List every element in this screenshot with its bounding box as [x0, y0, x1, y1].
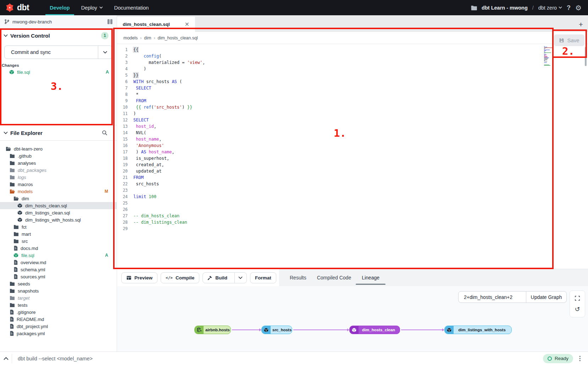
code-line[interactable]: 12SELECT — [117, 117, 588, 123]
file-tree-item-dbt-learn-zero[interactable]: dbt-learn-zero — [0, 145, 117, 152]
docs-book-icon[interactable] — [107, 19, 112, 24]
code-line[interactable]: 29 — [117, 225, 588, 232]
code-line[interactable]: 1{{ — [117, 47, 588, 53]
file-tree-item-fct[interactable]: fct — [0, 223, 117, 230]
command-input[interactable]: dbt build --select <model_name> — [12, 356, 543, 361]
code-line[interactable]: 4 ) — [117, 66, 588, 72]
gear-icon[interactable]: ⚙ — [575, 4, 582, 11]
code-line[interactable]: 6WITH src_hosts AS ( — [117, 78, 588, 85]
commit-and-sync-button[interactable]: Commit and sync — [4, 45, 112, 59]
dbt-logo[interactable]: dbt — [0, 3, 35, 12]
code-line[interactable]: 13 host_id, — [117, 123, 588, 130]
file-tree-item-overview.md[interactable]: overview.md — [0, 259, 117, 266]
tab-compiled-code[interactable]: Compiled Code — [317, 269, 351, 286]
version-control-header[interactable]: Version Control 1 — [0, 28, 117, 43]
lineage-node-src_hosts[interactable]: src_hosts — [261, 326, 292, 334]
code-line[interactable]: 19 created_at, — [117, 162, 588, 168]
file-tree-item-seeds[interactable]: seeds — [0, 280, 117, 287]
file-tree-item-snapshots[interactable]: snapshots — [0, 287, 117, 294]
file-tree-item-dbt_packages[interactable]: dbt_packages — [0, 167, 117, 174]
chevron-up-icon[interactable] — [0, 357, 12, 360]
tab-dim-hosts-clean[interactable]: dim_hosts_clean.sql ✕ — [117, 17, 195, 32]
file-tree-item-mart[interactable]: mart — [0, 230, 117, 238]
code-line[interactable]: 7 SELECT — [117, 85, 588, 91]
file-tree-item-src[interactable]: src — [0, 238, 117, 245]
file-tree-item-docs.md[interactable]: docs.md — [0, 245, 117, 252]
nav-documentation[interactable]: Documentation — [109, 0, 155, 15]
project-name[interactable]: dbt Learn - mwong — [482, 5, 528, 11]
code-line[interactable]: 24limit 100 — [117, 194, 588, 200]
code-line[interactable]: 9 FROM — [117, 98, 588, 104]
search-icon[interactable] — [102, 130, 107, 136]
nav-develop[interactable]: Develop — [44, 0, 75, 15]
code-line[interactable]: 17 ) AS host_name, — [117, 149, 588, 155]
lineage-node-dim_listings_with_hosts[interactable]: dim_listings_with_hosts — [444, 326, 512, 334]
new-tab-button[interactable]: + — [579, 21, 583, 28]
save-button[interactable]: Save — [554, 34, 584, 46]
file-tree-item-schema.yml[interactable]: schema.yml — [0, 266, 117, 273]
code-line[interactable]: 26 — [117, 206, 588, 213]
preview-button[interactable]: Preview — [121, 272, 157, 283]
code-line[interactable]: 23 — [117, 187, 588, 194]
file-tree-item-target[interactable]: target — [0, 294, 117, 301]
editor-scrollbar[interactable] — [585, 47, 587, 66]
git-branch-row[interactable]: mwong-dev-branch — [0, 15, 117, 28]
file-tree-item-file.sql[interactable]: file.sqlA — [0, 252, 117, 259]
lineage-node-dim_hosts_clean[interactable]: dim_hosts_clean — [349, 326, 400, 334]
file-tree-item-dim[interactable]: dim — [0, 195, 117, 202]
file-tree-item-dim_listings_clean.sql[interactable]: dim_listings_clean.sql — [0, 209, 117, 216]
code-line[interactable]: 5}} — [117, 72, 588, 78]
code-line[interactable]: 22 src_hosts — [117, 181, 588, 187]
breadcrumb-models[interactable]: models — [123, 36, 138, 40]
format-button[interactable]: Format — [250, 272, 276, 283]
compile-button[interactable]: </> Compile — [161, 272, 199, 283]
file-explorer-header[interactable]: File Explorer — [0, 125, 117, 141]
close-icon[interactable]: ✕ — [185, 21, 189, 28]
code-line[interactable]: 28-- dim_listings_clean — [117, 219, 588, 225]
commit-options-chevron[interactable] — [98, 46, 112, 59]
code-line[interactable]: 21FROM — [117, 174, 588, 181]
file-tree-item-.gitignore[interactable]: .gitignore — [0, 309, 117, 316]
line-number: 15 — [117, 136, 128, 142]
lineage-node-airbnb.hosts[interactable]: airbnb.hosts — [194, 326, 231, 334]
file-tree-item-.github[interactable]: .github — [0, 152, 117, 159]
kebab-menu-icon[interactable]: ⋮ — [573, 355, 587, 362]
code-line[interactable]: 18 is_superhost, — [117, 155, 588, 162]
code-line[interactable]: 25 — [117, 200, 588, 206]
file-tree-item-dbt_project.yml[interactable]: dbt_project.yml — [0, 323, 117, 330]
code-line[interactable]: 14 NVL( — [117, 130, 588, 136]
minimap[interactable] — [544, 46, 554, 67]
code-editor[interactable]: models › dim › dim_hosts_clean.sql Save … — [117, 32, 588, 269]
tab-results[interactable]: Results — [290, 269, 306, 286]
environment-select[interactable]: dbt zero — [538, 5, 562, 11]
code-line[interactable]: 16 'Anonymous' — [117, 142, 588, 149]
build-button[interactable]: Build — [203, 272, 247, 283]
breadcrumb-file[interactable]: dim_hosts_clean.sql — [157, 36, 198, 40]
code-line[interactable]: 15 host_name, — [117, 136, 588, 142]
file-tree-item-README.md[interactable]: README.md — [0, 316, 117, 323]
file-tree-item-analyses[interactable]: analyses — [0, 159, 117, 167]
breadcrumb-dim[interactable]: dim — [144, 36, 151, 40]
nav-deploy[interactable]: Deploy — [76, 0, 109, 15]
code-line[interactable]: 11) — [117, 110, 588, 117]
code-line[interactable]: 27-- dim_hosts_clean — [117, 213, 588, 219]
file-tree-item-tests[interactable]: tests — [0, 301, 117, 309]
code-line[interactable]: 8 * — [117, 91, 588, 98]
code-line[interactable]: 3 materialized = 'view', — [117, 59, 588, 66]
file-tree-item-sources.yml[interactable]: sources.yml — [0, 273, 117, 280]
code-line[interactable]: 2 config( — [117, 53, 588, 59]
file-tree-item-dim_hosts_clean.sql[interactable]: dim_hosts_clean.sql — [0, 202, 117, 209]
lineage-graph[interactable]: airbnb.hostssrc_hostsdim_hosts_cleandim_… — [117, 286, 588, 352]
tab-lineage[interactable]: Lineage — [362, 269, 379, 286]
file-tree-item-models[interactable]: modelsM — [0, 188, 117, 195]
file-tree-item-packages.yml[interactable]: packages.yml — [0, 330, 117, 337]
file-tree-item-logs[interactable]: logs — [0, 174, 117, 181]
file-tree-item-dim_listings_with_hosts.sql[interactable]: dim_listings_with_hosts.sql — [0, 216, 117, 223]
code-area[interactable]: 1{{2 config(3 materialized = 'view',4 )5… — [117, 47, 588, 269]
file-tree-item-macros[interactable]: macros — [0, 181, 117, 188]
build-options-chevron[interactable] — [234, 273, 246, 283]
code-line[interactable]: 10 {{ ref('src_hosts') }} — [117, 104, 588, 110]
changed-file-row[interactable]: file.sql A — [0, 68, 117, 76]
help-icon[interactable]: ? — [567, 5, 571, 11]
code-line[interactable]: 20 updated_at — [117, 168, 588, 174]
